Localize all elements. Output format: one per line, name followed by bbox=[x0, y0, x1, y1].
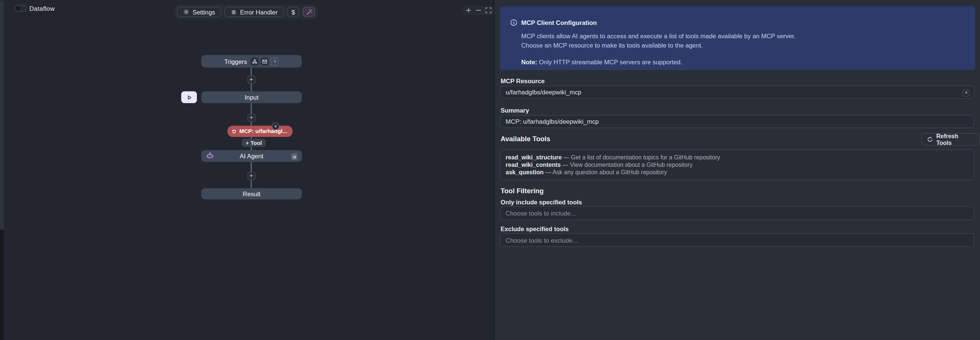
tool-row: read_wiki_structure — Get a list of docu… bbox=[506, 154, 969, 162]
magic-wand-icon bbox=[305, 8, 312, 16]
refresh-tools-button[interactable]: Refresh Tools bbox=[921, 133, 980, 146]
include-tools-label: Only include specified tools bbox=[501, 199, 582, 206]
add-tool-button[interactable]: + Tool bbox=[242, 139, 266, 147]
info-icon bbox=[510, 19, 517, 26]
toggle-knob bbox=[16, 6, 20, 11]
error-handler-button[interactable]: Error Handler bbox=[224, 7, 284, 17]
mcp-resource-label: MCP Resource bbox=[501, 78, 545, 85]
info-note-label: Note: bbox=[521, 59, 537, 66]
fit-view-button[interactable] bbox=[484, 6, 493, 14]
summary-input[interactable]: MCP: u/farhadglbs/deepwiki_mcp bbox=[500, 115, 974, 128]
add-node-button-3[interactable] bbox=[247, 172, 255, 180]
settings-button[interactable]: Settings bbox=[177, 7, 221, 17]
dollar-label: $ bbox=[292, 8, 295, 16]
clear-mcp-resource-button[interactable] bbox=[962, 88, 970, 97]
tool-row: ask_question — Ask any question about a … bbox=[506, 169, 969, 177]
info-body-line2: Choose an MCP resource to make its tools… bbox=[521, 40, 965, 50]
info-note-text: Only HTTP streamable MCP servers are sup… bbox=[537, 59, 682, 66]
info-body-line1: MCP clients allow AI agents to access an… bbox=[521, 31, 965, 40]
summary-label: Summary bbox=[501, 107, 530, 114]
tool-filtering-heading: Tool Filtering bbox=[501, 187, 544, 194]
tool-row: read_wiki_contents — View documentation … bbox=[506, 161, 969, 169]
dataflow-toggle[interactable] bbox=[14, 5, 27, 12]
trigger-type-buttons bbox=[251, 57, 279, 65]
mcp-tool-chip[interactable]: MCP: u/farhadgl... bbox=[228, 126, 292, 137]
add-trigger-button[interactable] bbox=[271, 57, 279, 65]
config-panel: MCP Client Configuration MCP clients all… bbox=[495, 0, 980, 340]
variables-button[interactable]: $ bbox=[287, 7, 300, 17]
add-node-button-1[interactable] bbox=[247, 75, 255, 84]
webhook-trigger-button[interactable] bbox=[251, 57, 259, 65]
remove-mcp-tool-button[interactable] bbox=[272, 123, 279, 130]
info-box-title: MCP Client Configuration bbox=[521, 19, 597, 26]
node-ai-agent-label: AI Agent bbox=[240, 153, 263, 160]
left-scrollbar-track[interactable] bbox=[0, 0, 4, 340]
exclude-tools-placeholder: Choose tools to exclude... bbox=[506, 237, 578, 244]
bug-icon bbox=[231, 9, 237, 15]
node-triggers-label: Triggers bbox=[224, 58, 247, 65]
refresh-icon bbox=[927, 136, 933, 143]
add-node-button-2[interactable] bbox=[247, 113, 255, 121]
available-tools-list: read_wiki_structure — Get a list of docu… bbox=[500, 149, 974, 180]
node-input[interactable]: Input bbox=[201, 91, 302, 103]
play-icon bbox=[186, 94, 192, 101]
app-window: Dataflow Settings Er bbox=[0, 0, 980, 340]
canvas-zoom-controls bbox=[462, 6, 495, 15]
gear-icon bbox=[183, 9, 189, 15]
exclude-tools-input[interactable]: Choose tools to exclude... bbox=[500, 233, 974, 247]
left-scrollbar-thumb[interactable] bbox=[0, 0, 4, 230]
zoom-out-button[interactable] bbox=[474, 6, 482, 14]
refresh-tools-label: Refresh Tools bbox=[936, 132, 974, 147]
mcp-resource-input[interactable]: u/farhadglbs/deepwiki_mcp bbox=[500, 85, 974, 99]
include-tools-input[interactable]: Choose tools to include... bbox=[500, 206, 974, 220]
page-title: Dataflow bbox=[29, 5, 55, 12]
add-tool-label: + Tool bbox=[245, 140, 262, 146]
agent-model-badge[interactable]: a bbox=[291, 153, 298, 160]
summary-value: MCP: u/farhadglbs/deepwiki_mcp bbox=[506, 118, 599, 125]
node-input-label: Input bbox=[245, 94, 258, 101]
exclude-tools-label: Exclude specified tools bbox=[501, 225, 569, 233]
zoom-in-button[interactable] bbox=[465, 6, 473, 14]
email-trigger-button[interactable] bbox=[261, 57, 269, 65]
node-triggers[interactable]: Triggers bbox=[201, 55, 302, 68]
canvas-toolbar: Settings Error Handler $ bbox=[174, 5, 318, 19]
mcp-resource-value: u/farhadglbs/deepwiki_mcp bbox=[506, 89, 581, 96]
plug-icon bbox=[231, 129, 237, 134]
node-result-label: Result bbox=[243, 190, 261, 197]
include-tools-placeholder: Choose tools to include... bbox=[506, 209, 576, 217]
flow-canvas[interactable]: Dataflow Settings Er bbox=[4, 0, 494, 340]
settings-label: Settings bbox=[192, 8, 215, 16]
node-ai-agent[interactable]: AI Agent a bbox=[201, 150, 302, 162]
mcp-info-box: MCP Client Configuration MCP clients all… bbox=[500, 6, 975, 70]
mcp-tool-chip-label: MCP: u/farhadgl... bbox=[239, 128, 287, 134]
available-tools-heading: Available Tools bbox=[501, 135, 550, 142]
run-button[interactable] bbox=[181, 91, 197, 103]
robot-icon bbox=[206, 152, 213, 160]
ai-assist-button[interactable] bbox=[303, 7, 315, 17]
node-result[interactable]: Result bbox=[201, 188, 302, 199]
error-handler-label: Error Handler bbox=[240, 8, 277, 16]
